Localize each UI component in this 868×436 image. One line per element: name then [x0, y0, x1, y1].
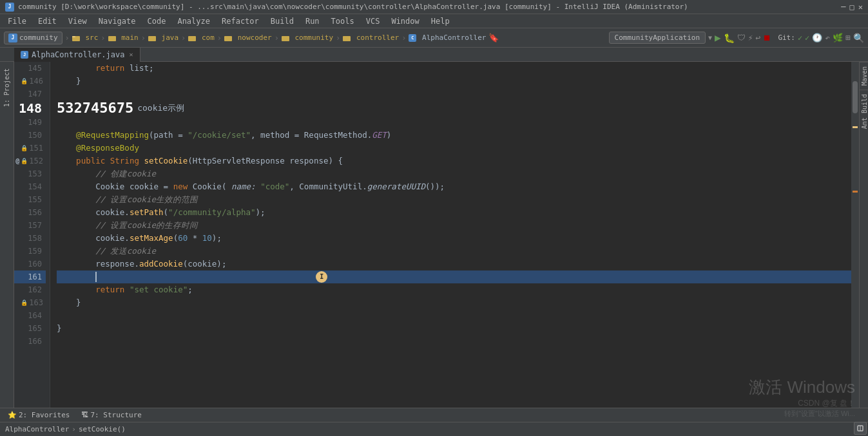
ant-build-panel-tab[interactable]: Ant Build: [860, 90, 868, 133]
code-line-163: }: [57, 296, 851, 309]
status-breadcrumb-left[interactable]: AlphaController: [5, 425, 69, 433]
layout-icon[interactable]: ⊞: [845, 33, 851, 43]
gutter-line-166: 166: [14, 335, 46, 348]
code-line-148: 532745675 cookie示例: [57, 100, 851, 116]
title-text: community [D:\work\workspace\community] …: [18, 3, 841, 11]
structure-tab[interactable]: 🏗 7: Structure: [76, 410, 146, 421]
profiler-button[interactable]: ⚡: [748, 33, 753, 43]
menu-code[interactable]: Code: [142, 15, 171, 27]
star-icon: ⭐: [8, 411, 17, 419]
git-label: Git:: [778, 33, 795, 42]
breadcrumb-com[interactable]: com: [188, 33, 215, 42]
menu-file[interactable]: File: [3, 15, 32, 27]
code-line-162: return "set cookie";: [57, 283, 851, 296]
search-everywhere-icon[interactable]: 🔍: [853, 33, 864, 43]
gutter-line-160: 160: [14, 258, 46, 270]
tab-close-icon[interactable]: ✕: [130, 51, 133, 58]
right-scrollbar[interactable]: [851, 62, 859, 408]
coverage-button[interactable]: 🛡: [737, 33, 746, 43]
code-line-157: // 设置cookie的生存时间: [57, 219, 851, 232]
toolbar: J community › src › main › java › com › …: [0, 28, 868, 48]
menu-refactor[interactable]: Refactor: [217, 15, 264, 27]
breadcrumb-sep-7: ›: [401, 33, 406, 43]
code-line-156: cookie.setPath("/community/alpha");: [57, 206, 851, 219]
breadcrumb-sep-0: ›: [65, 33, 70, 43]
breadcrumb-sep-3: ›: [181, 33, 186, 43]
run-config-chevron[interactable]: ▼: [708, 34, 712, 41]
run-config-name[interactable]: CommunityApplication: [609, 32, 706, 44]
git-checkmark-1[interactable]: ✓: [798, 33, 802, 43]
tab-alpha-controller[interactable]: J AlphaController.java ✕: [14, 48, 140, 62]
menu-navigate[interactable]: Navigate: [93, 15, 141, 27]
gutter-line-156: 156: [14, 206, 46, 219]
main-content: 1: Project 145 🔒 146 147 148 149: [0, 62, 868, 408]
breadcrumb-nowcoder[interactable]: nowcoder: [224, 33, 272, 42]
code-line-150: @RequestMapping(path = "/cookie/set", me…: [57, 129, 851, 142]
menu-view[interactable]: View: [63, 15, 92, 27]
run-config-area: CommunityApplication ▼ ▶ 🐛 🛡 ⚡ ↩ ⏹ Git: …: [609, 32, 864, 44]
menu-bar: File Edit View Navigate Code Analyze Ref…: [0, 14, 868, 28]
lock-icon-163: 🔒: [21, 296, 28, 309]
lock-icon-146: 🔒: [21, 75, 28, 88]
menu-vcs[interactable]: VCS: [361, 15, 385, 27]
code-line-165: }: [57, 322, 851, 335]
code-line-145: return list;: [57, 62, 851, 75]
gutter-line-159: 159: [14, 245, 46, 258]
breadcrumb-sep-5: ›: [275, 33, 279, 43]
menu-build[interactable]: Build: [265, 15, 299, 27]
git-branches-icon[interactable]: 🌿: [833, 33, 843, 43]
svg-rect-6: [282, 36, 289, 41]
breadcrumb-java[interactable]: java: [148, 33, 178, 42]
breadcrumb-sep-1: ›: [101, 33, 105, 43]
rerun-button[interactable]: ↩: [756, 33, 761, 43]
git-history-icon[interactable]: 🕐: [812, 33, 822, 43]
scroll-thumb[interactable]: [853, 81, 858, 113]
menu-analyze[interactable]: Analyze: [172, 15, 215, 27]
menu-tools[interactable]: Tools: [326, 15, 360, 27]
code-content[interactable]: return list; } 532745675 cookie示例 @Reque…: [50, 62, 851, 408]
bottom-tabs: ⭐ 2: Favorites 🏗 7: Structure: [0, 408, 868, 422]
gutter-line-163: 🔒 163: [14, 296, 46, 309]
menu-edit[interactable]: Edit: [33, 15, 62, 27]
svg-rect-4: [188, 36, 196, 41]
scroll-marker-yellow: [853, 126, 858, 128]
status-bar: AlphaController › setCookie() 激活 Windows…: [0, 422, 868, 436]
breadcrumb-src[interactable]: src: [72, 33, 99, 42]
breadcrumb-controller[interactable]: controller: [343, 33, 399, 42]
maximize-button[interactable]: □: [850, 3, 854, 12]
gutter-line-146: 🔒 146: [14, 75, 46, 88]
run-button[interactable]: ▶: [715, 32, 721, 44]
structure-icon: 🏗: [81, 411, 88, 419]
code-line-153: // 创建cookie: [57, 167, 851, 180]
menu-run[interactable]: Run: [300, 15, 325, 27]
project-button[interactable]: J community: [4, 32, 63, 44]
favorites-tab[interactable]: ⭐ 2: Favorites: [3, 410, 75, 421]
code-line-160: response.addCookie(cookie);: [57, 258, 851, 270]
maven-panel-tab[interactable]: Maven: [860, 62, 868, 90]
breadcrumb-sep-2: ›: [141, 33, 146, 43]
resize-handle[interactable]: [854, 422, 867, 435]
gutter-line-162: 162: [14, 283, 46, 296]
git-rollback-icon[interactable]: ↶: [825, 33, 830, 43]
code-line-149: [57, 116, 851, 129]
git-checkmark-2[interactable]: ✓: [805, 33, 809, 43]
text-cursor: [95, 272, 97, 282]
close-button[interactable]: ✕: [858, 3, 863, 12]
status-breadcrumb-sep: ›: [72, 425, 76, 433]
project-name: community: [19, 33, 58, 42]
breadcrumb-main[interactable]: main: [108, 33, 139, 42]
gutter-line-150: 150: [14, 129, 46, 142]
breadcrumb-community[interactable]: community: [282, 33, 333, 42]
status-breadcrumb-right[interactable]: setCookie(): [79, 425, 126, 433]
gutter-line-145: 145: [14, 62, 46, 75]
menu-help[interactable]: Help: [426, 15, 455, 27]
bookmark-icon[interactable]: 🔖: [488, 33, 499, 43]
gutter-line-157: 157: [14, 219, 46, 232]
gutter-line-148: 148: [14, 100, 46, 116]
stop-button[interactable]: ⏹: [763, 33, 771, 43]
sidebar-item-project[interactable]: 1: Project: [2, 66, 12, 109]
menu-window[interactable]: Window: [386, 15, 424, 27]
debug-button[interactable]: 🐛: [724, 33, 735, 43]
minimize-button[interactable]: ─: [841, 3, 845, 12]
breadcrumb-alpha-controller[interactable]: C AlphaController: [409, 33, 486, 42]
